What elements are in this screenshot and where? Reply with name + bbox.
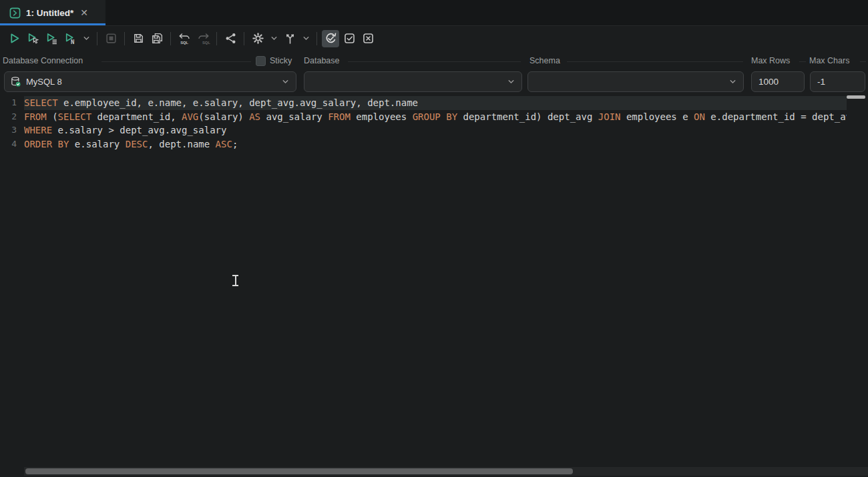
sql-keyword: ASC xyxy=(216,139,232,149)
schema-select[interactable] xyxy=(527,71,744,92)
database-connection-label: Database Connection xyxy=(3,56,83,65)
max-rows-label: Max Rows xyxy=(751,56,790,65)
editor-toolbar: NSQLSQL xyxy=(0,26,868,51)
max-chars-input[interactable] xyxy=(811,77,865,87)
stop-button xyxy=(102,30,120,47)
svg-text:N: N xyxy=(71,39,74,45)
database-label: Database xyxy=(304,56,340,65)
line-number: 2 xyxy=(0,110,23,124)
code-line[interactable]: WHERE e.salary > dept_avg.avg_salary xyxy=(24,123,847,137)
commit-icon xyxy=(343,32,356,45)
play-cursor-icon xyxy=(27,32,39,45)
execute-named-button[interactable]: N xyxy=(61,30,79,47)
line-number: 1 xyxy=(0,96,23,110)
execution-plan-button[interactable] xyxy=(222,30,239,47)
tab-close-icon[interactable]: ✕ xyxy=(80,8,88,17)
sql-text: avg_salary xyxy=(260,111,328,122)
autocommit-toggle[interactable] xyxy=(322,30,339,47)
separator-line xyxy=(860,61,866,62)
sql-text: e.employee_id, e.name, e.salary, dept_av… xyxy=(58,97,418,108)
sql-keyword: WHERE xyxy=(24,125,52,135)
sql-keyword: GROUP BY xyxy=(413,111,457,122)
toolbar-divider xyxy=(244,32,244,45)
max-rows-input[interactable] xyxy=(752,77,804,87)
database-connected-icon xyxy=(5,76,21,87)
sql-text: employees xyxy=(351,111,413,122)
toolbar-divider xyxy=(170,32,171,45)
code-area[interactable]: SELECT e.employee_id, e.name, e.salary, … xyxy=(24,96,847,466)
commit-button[interactable] xyxy=(341,30,358,47)
sql-text: e.salary xyxy=(69,139,125,149)
chevron-icon xyxy=(302,34,310,43)
tab-untitled[interactable]: 1: Untitled* ✕ xyxy=(0,0,105,25)
rollback-icon xyxy=(362,32,375,45)
separator-line xyxy=(101,61,251,62)
sql-keyword: DESC xyxy=(126,139,148,149)
sql-keyword: AS xyxy=(249,111,260,122)
separator-line xyxy=(348,61,521,62)
play-script-icon xyxy=(45,32,58,45)
database-select[interactable] xyxy=(304,71,522,92)
script-tab-icon xyxy=(9,7,21,19)
gear-icon xyxy=(252,32,264,45)
sql-keyword: SELECT xyxy=(24,97,58,108)
sticky-label: Sticky xyxy=(270,56,292,65)
save-all-button[interactable] xyxy=(148,30,166,47)
code-line[interactable]: ORDER BY e.salary DESC, dept.name ASC; xyxy=(24,137,847,151)
share-icon xyxy=(224,32,237,45)
svg-text:SQL: SQL xyxy=(202,41,210,45)
line-number: 4 xyxy=(0,137,23,151)
toolbar-divider xyxy=(124,32,125,45)
tab-title: 1: Untitled* xyxy=(26,8,73,18)
chevron-icon xyxy=(270,34,278,43)
execute-options-chevron[interactable] xyxy=(80,30,92,47)
connection-value: MySQL 8 xyxy=(21,77,281,87)
connection-controls-row: MySQL 8 xyxy=(0,71,868,92)
execute-script-button[interactable] xyxy=(43,30,60,47)
sql-keyword: SELECT xyxy=(58,111,92,122)
play-icon xyxy=(8,32,21,45)
sql-keyword: ORDER BY xyxy=(24,139,69,149)
chevron-down-icon xyxy=(507,77,521,86)
sticky-checkbox[interactable] xyxy=(256,56,266,66)
code-line[interactable]: SELECT e.employee_id, e.name, e.salary, … xyxy=(24,96,847,110)
autocommit-icon xyxy=(324,32,337,45)
svg-text:SQL: SQL xyxy=(180,41,188,45)
execute-at-cursor-button[interactable] xyxy=(24,30,41,47)
chevron-down-icon xyxy=(281,77,296,86)
save-icon xyxy=(132,32,145,45)
line-number: 3 xyxy=(0,123,23,137)
rollback-button[interactable] xyxy=(359,30,377,47)
active-tab-indicator xyxy=(0,23,105,25)
toolbar-divider xyxy=(97,32,97,45)
sql-editor-window: 1: Untitled* ✕ NSQLSQL Database Connecti… xyxy=(0,0,868,477)
sql-text: , dept.name xyxy=(148,139,215,149)
execute-button[interactable] xyxy=(5,30,23,47)
macro-button[interactable] xyxy=(281,30,298,47)
stop-icon xyxy=(105,32,118,45)
connection-select[interactable]: MySQL 8 xyxy=(4,71,296,92)
settings-button[interactable] xyxy=(249,30,266,47)
sql-editor[interactable]: 1234 SELECT e.employee_id, e.name, e.sal… xyxy=(0,96,868,466)
horizontal-scrollbar-thumb[interactable] xyxy=(25,468,573,474)
sql-keyword: AVG xyxy=(182,111,198,122)
toolbar-divider xyxy=(316,32,317,45)
sql-history-back-button[interactable]: SQL xyxy=(176,30,193,47)
vertical-scrollbar-thumb[interactable] xyxy=(847,95,865,99)
sql-text: employees e xyxy=(621,111,694,122)
max-chars-field xyxy=(810,71,865,92)
settings-chevron[interactable] xyxy=(268,30,280,47)
code-line[interactable]: FROM (SELECT department_id, AVG(salary) … xyxy=(24,110,847,124)
macro-chevron[interactable] xyxy=(300,30,312,47)
sql-text: department_id) dept_avg xyxy=(457,111,598,122)
chevron-icon xyxy=(82,34,91,43)
sql-undo-icon: SQL xyxy=(178,32,192,45)
horizontal-scrollbar-track[interactable] xyxy=(24,467,868,476)
toolbar-divider xyxy=(216,32,217,45)
play-n-icon: N xyxy=(64,32,77,45)
line-number-gutter: 1234 xyxy=(0,96,23,466)
max-chars-label: Max Chars xyxy=(809,56,849,65)
save-button[interactable] xyxy=(130,30,147,47)
tab-bar: 1: Untitled* ✕ xyxy=(0,0,868,26)
separator-line xyxy=(799,61,806,62)
